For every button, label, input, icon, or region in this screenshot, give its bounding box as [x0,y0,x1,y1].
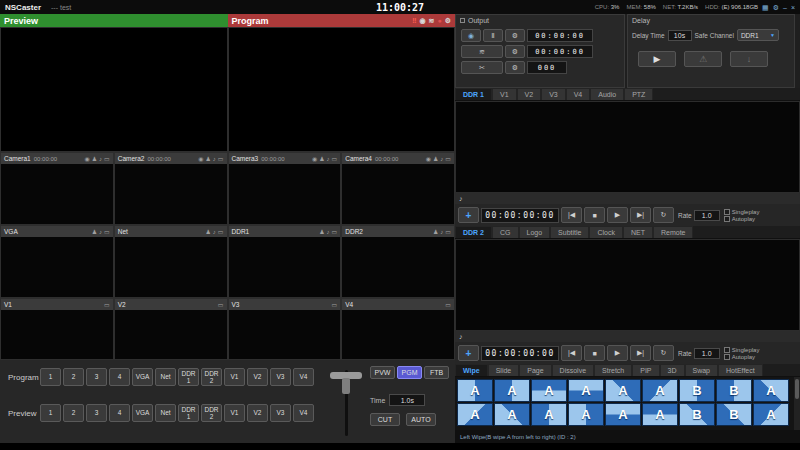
effect-tab-pip[interactable]: PIP [632,364,659,376]
program-bus-button-vga[interactable]: VGA [132,368,153,386]
add-clip-button[interactable]: + [458,207,479,223]
program-bus-button-ddr-1[interactable]: DDR 1 [178,368,199,386]
play-button[interactable]: ▶ [607,207,628,223]
singleplay-checkbox[interactable]: Singleplay [724,209,760,215]
cut-button[interactable]: CUT [370,413,400,426]
scrollbar-thumb[interactable] [795,379,799,399]
overlay-tab-cg[interactable]: CG [492,226,519,238]
overlay-tab-remote[interactable]: Remote [653,226,694,238]
monitor-cell-camera2[interactable]: Camera200:00:00◉♟♪▭ [114,152,228,225]
delay-time-field[interactable]: 10s [668,30,692,41]
effect-tab-3d[interactable]: 3D [660,364,685,376]
program-bus-button-v4[interactable]: V4 [293,368,314,386]
overlay-tab-subtitle[interactable]: Subtitle [550,226,589,238]
monitor-cell-camera4[interactable]: Camera400:00:00◉♟♪▭ [341,152,455,225]
effect-thumb-2[interactable]: A [494,379,530,402]
safe-channel-dropdown[interactable]: DDR1 ▼ [737,29,779,41]
effect-thumb-4[interactable]: A [568,379,604,402]
monitor-cell-v1[interactable]: V1▭ [0,298,114,360]
delay-warning-button[interactable]: ⚠ [684,51,722,67]
effect-thumb-17[interactable]: B [716,403,752,426]
stream-button[interactable]: ≋ [461,45,503,58]
preview-bus-button-v1[interactable]: V1 [224,404,245,422]
effect-thumb-3[interactable]: A [531,379,567,402]
stream-icon[interactable]: ≋ [429,17,435,24]
skip-end-button[interactable]: ▶| [630,207,651,223]
preview-bus-button-v3[interactable]: V3 [270,404,291,422]
effects-scrollbar[interactable] [794,377,800,430]
preview-bus-button-4[interactable]: 4 [109,404,130,422]
effect-tab-page[interactable]: Page [519,364,551,376]
play-button[interactable]: ▶ [607,345,628,361]
program-bus-button-v1[interactable]: V1 [224,368,245,386]
monitor-cell-camera3[interactable]: Camera300:00:00◉♟♪▭ [228,152,342,225]
loop-button[interactable]: ↻ [653,345,674,361]
effect-thumb-1[interactable]: A [457,379,493,402]
effect-thumb-5[interactable]: A [605,379,641,402]
minimize-icon[interactable]: – [783,4,787,11]
program-bus-button-2[interactable]: 2 [63,368,84,386]
effect-thumb-12[interactable]: A [531,403,567,426]
stream-settings-button[interactable]: ⚙ [505,45,525,58]
effect-thumb-14[interactable]: A [605,403,641,426]
settings-icon[interactable]: ⚙ [445,17,451,24]
alert-icon[interactable]: ‼ [412,17,416,24]
program-bus-button-ddr-2[interactable]: DDR 2 [201,368,222,386]
overlay-tab-logo[interactable]: Logo [519,226,551,238]
preview-bus-button-1[interactable]: 1 [40,404,61,422]
overlay-tab-net[interactable]: NET [623,226,653,238]
preview-bus-button-v4[interactable]: V4 [293,404,314,422]
monitor-cell-v2[interactable]: V2▭ [114,298,228,360]
preview-bus-button-ddr-1[interactable]: DDR 1 [178,404,199,422]
autoplay-checkbox[interactable]: Autoplay [724,354,760,360]
overlay-tab-clock[interactable]: Clock [589,226,623,238]
effect-thumb-13[interactable]: A [568,403,604,426]
source-tab-ptz[interactable]: PTZ [624,88,653,100]
skip-start-button[interactable]: |◀ [561,207,582,223]
program-bus-button-4[interactable]: 4 [109,368,130,386]
effect-thumb-7[interactable]: B [679,379,715,402]
pgm-button[interactable]: PGM [397,366,422,379]
auto-button[interactable]: AUTO [406,413,436,426]
preview-bus-button-ddr-2[interactable]: DDR 2 [201,404,222,422]
effect-thumb-18[interactable]: A [753,403,789,426]
rate-field[interactable]: 1.0 [694,348,720,359]
effect-thumb-15[interactable]: A [642,403,678,426]
record-settings-button[interactable]: ⚙ [505,29,525,42]
transition-time-field[interactable]: 1.0s [389,394,425,406]
close-icon[interactable]: × [791,4,795,11]
ddr1-media-list[interactable] [455,101,800,193]
source-tab-ddr-1[interactable]: DDR 1 [455,88,492,100]
effect-thumb-11[interactable]: A [494,403,530,426]
rate-field[interactable]: 1.0 [694,210,720,221]
preview-bus-button-vga[interactable]: VGA [132,404,153,422]
effect-thumb-16[interactable]: B [679,403,715,426]
monitor-cell-camera1[interactable]: Camera100:00:00◉♟♪▭ [0,152,114,225]
autoplay-checkbox[interactable]: Autoplay [724,216,760,222]
effect-tab-swap[interactable]: Swap [685,364,719,376]
pvw-button[interactable]: PVW [370,366,395,379]
effect-tab-stretch[interactable]: Stretch [594,364,632,376]
effect-thumb-9[interactable]: A [753,379,789,402]
program-bus-button-v2[interactable]: V2 [247,368,268,386]
clip-settings-button[interactable]: ⚙ [505,61,525,74]
preview-bus-button-3[interactable]: 3 [86,404,107,422]
source-tab-v4[interactable]: V4 [566,88,591,100]
delay-down-button[interactable]: ↓ [730,51,768,67]
program-bus-button-3[interactable]: 3 [86,368,107,386]
clip-button[interactable]: ✂ [461,61,503,74]
source-tab-v2[interactable]: V2 [517,88,542,100]
t-bar[interactable] [328,366,364,440]
preview-bus-button-v2[interactable]: V2 [247,404,268,422]
monitor-cell-vga[interactable]: VGA♟♪▭ [0,225,114,298]
gear-icon[interactable]: ⚙ [773,4,779,11]
source-tab-v1[interactable]: V1 [492,88,517,100]
preview-bus-button-2[interactable]: 2 [63,404,84,422]
effect-thumb-6[interactable]: A [642,379,678,402]
source-tab-v3[interactable]: V3 [541,88,566,100]
ftb-button[interactable]: FTB [424,366,449,379]
effect-tab-slide[interactable]: Slide [488,364,520,376]
effect-tab-wipe[interactable]: Wipe [455,364,488,376]
source-tab-audio[interactable]: Audio [590,88,624,100]
record-dot-icon[interactable]: ● [437,17,441,24]
